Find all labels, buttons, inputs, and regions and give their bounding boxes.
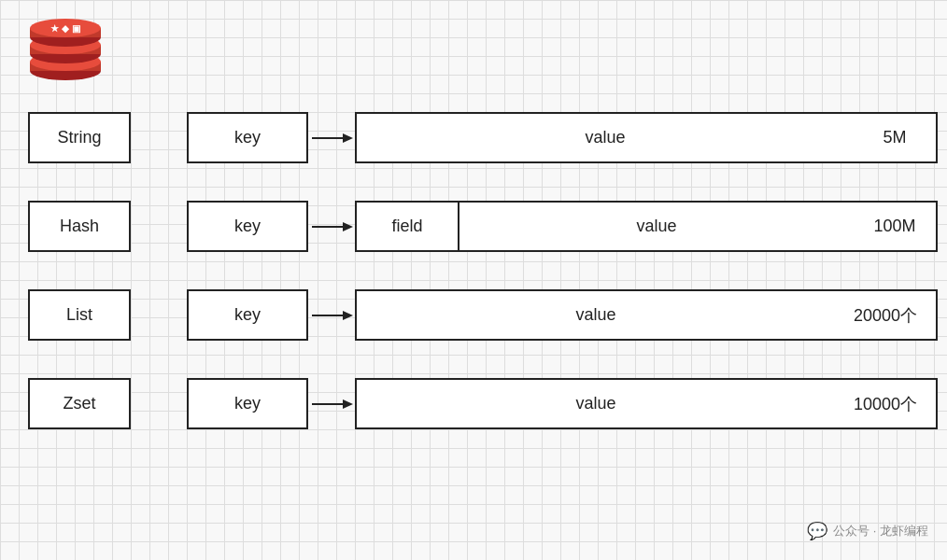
zset-type-box: Zset bbox=[28, 378, 131, 429]
redis-logo: ★ ◆ ▣ bbox=[28, 17, 103, 82]
list-size-label: 20000个 bbox=[854, 304, 917, 327]
list-value-box: value bbox=[355, 289, 835, 341]
list-value-label: value bbox=[575, 305, 615, 325]
hash-row: Hash key field value 100M bbox=[28, 201, 938, 252]
watermark-text: 公众号 · 龙虾编程 bbox=[833, 523, 928, 539]
hash-key-box: key bbox=[187, 201, 308, 252]
zset-size-box: 10000个 bbox=[835, 378, 938, 429]
hash-field-box: field bbox=[355, 201, 458, 252]
zset-key-box: key bbox=[187, 378, 308, 429]
zset-label: Zset bbox=[63, 394, 95, 413]
string-arrow bbox=[308, 129, 355, 147]
hash-arrow bbox=[308, 217, 355, 236]
zset-value-box: value bbox=[355, 378, 835, 429]
string-type-box: String bbox=[28, 112, 131, 163]
zset-size-label: 10000个 bbox=[854, 393, 917, 415]
list-key-label: key bbox=[234, 305, 261, 325]
hash-size-box: 100M bbox=[854, 201, 938, 252]
string-size-label: 5M bbox=[883, 128, 906, 147]
hash-value-box: value bbox=[458, 201, 854, 252]
hash-type-box: Hash bbox=[28, 201, 131, 252]
main-content: ★ ◆ ▣ String key value 5M Hash k bbox=[0, 0, 947, 560]
list-row: List key value 20000个 bbox=[28, 289, 938, 341]
list-type-box: List bbox=[28, 289, 131, 341]
zset-row: Zset key value 10000个 bbox=[28, 378, 938, 429]
hash-size-label: 100M bbox=[873, 217, 915, 236]
svg-text:★ ◆ ▣: ★ ◆ ▣ bbox=[50, 23, 80, 34]
hash-key-label: key bbox=[234, 217, 261, 236]
list-key-box: key bbox=[187, 289, 308, 341]
string-size-box: 5M bbox=[854, 112, 938, 163]
svg-marker-11 bbox=[343, 133, 353, 143]
string-row: String key value 5M bbox=[28, 112, 938, 163]
svg-marker-13 bbox=[343, 222, 353, 231]
string-value-box: value bbox=[355, 112, 854, 163]
zset-arrow bbox=[308, 395, 355, 413]
svg-marker-15 bbox=[343, 311, 353, 320]
string-key-box: key bbox=[187, 112, 308, 163]
hash-field-label: field bbox=[391, 217, 422, 236]
string-value-label: value bbox=[585, 128, 625, 147]
hash-value-label: value bbox=[636, 217, 676, 236]
watermark: 💬 公众号 · 龙虾编程 bbox=[807, 521, 928, 541]
string-key-label: key bbox=[234, 128, 261, 147]
list-label: List bbox=[66, 305, 92, 325]
hash-label: Hash bbox=[60, 217, 99, 236]
list-size-box: 20000个 bbox=[835, 289, 938, 341]
zset-key-label: key bbox=[234, 394, 261, 413]
svg-marker-17 bbox=[343, 399, 353, 409]
zset-value-label: value bbox=[575, 394, 615, 413]
string-label: String bbox=[57, 128, 101, 147]
list-arrow bbox=[308, 306, 355, 325]
